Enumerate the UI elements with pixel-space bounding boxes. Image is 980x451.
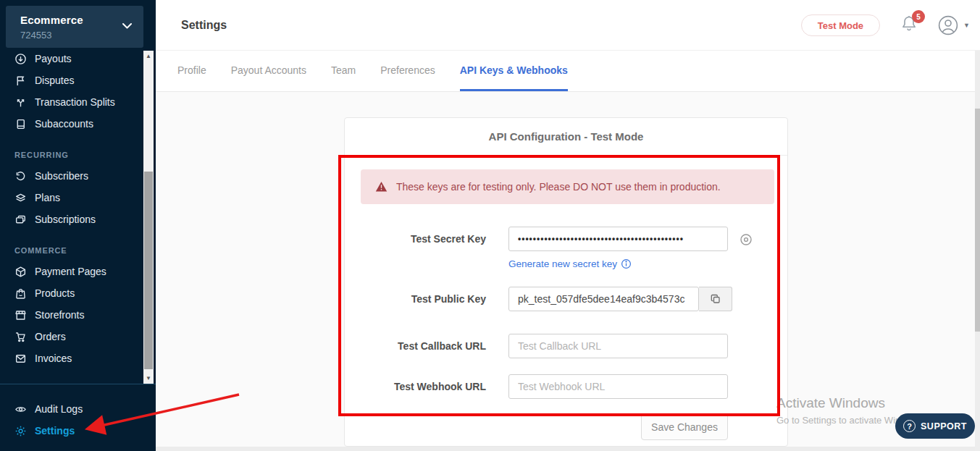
org-switcher[interactable]: Ecommerce 724553 — [6, 6, 143, 48]
sidebar-item-label: Products — [35, 287, 75, 299]
subscriptions-icon — [14, 214, 27, 226]
sidebar-item-storefronts[interactable]: Storefronts — [0, 304, 143, 326]
reveal-secret-eye-icon[interactable] — [739, 232, 753, 247]
sidebar-item-plans[interactable]: Plans — [0, 187, 143, 208]
sidebar-divider — [0, 384, 156, 384]
sidebar-item-label: Payouts — [35, 53, 72, 64]
support-label: SUPPORT — [921, 421, 967, 431]
avatar-icon — [938, 15, 958, 35]
settings-gear-icon — [14, 425, 27, 437]
tab-preferences[interactable]: Preferences — [380, 51, 435, 91]
secret-key-input[interactable] — [508, 227, 728, 251]
payment-pages-icon — [14, 266, 27, 278]
sidebar-item-label: Audit Logs — [35, 403, 83, 415]
subaccounts-icon — [14, 118, 27, 130]
subscribers-icon — [14, 170, 27, 182]
chevron-down-icon — [122, 23, 132, 29]
settings-tabs: Profile Payout Accounts Team Preferences… — [156, 51, 980, 92]
callback-url-label: Test Callback URL — [345, 334, 486, 358]
tab-api-keys-webhooks[interactable]: API Keys & Webhooks — [460, 51, 568, 91]
sidebar-item-label: Settings — [35, 425, 75, 437]
sidebar-item-payment-pages[interactable]: Payment Pages — [0, 261, 143, 282]
audit-logs-icon — [14, 403, 27, 416]
bottom-edge-strip — [156, 447, 980, 451]
sidebar-item-label: Orders — [35, 331, 66, 342]
sidebar-item-settings[interactable]: Settings — [0, 420, 156, 442]
sidebar-item-label: Payment Pages — [35, 266, 106, 277]
sidebar-item-label: Subaccounts — [35, 118, 93, 130]
notification-badge: 5 — [912, 10, 925, 23]
sidebar: Ecommerce 724553 Payouts Disputes Transa… — [0, 0, 156, 451]
sidebar-item-label: Storefronts — [35, 309, 84, 321]
notifications-button[interactable]: 5 — [900, 14, 919, 36]
org-id: 724553 — [20, 30, 51, 41]
alert-text: These keys are for testing only. Please … — [396, 181, 721, 193]
account-menu[interactable]: ▼ — [938, 15, 970, 35]
test-mode-toggle[interactable]: Test Mode — [801, 14, 880, 36]
callback-url-input[interactable] — [508, 334, 728, 358]
test-keys-warning-alert: These keys are for testing only. Please … — [361, 169, 774, 204]
sidebar-footer: Audit Logs Settings — [0, 398, 156, 442]
orders-icon — [14, 331, 27, 343]
sidebar-scrollbar: ▲ ▼ — [143, 51, 154, 384]
sidebar-section-recurring: RECURRING — [0, 145, 143, 165]
plans-icon — [14, 192, 27, 204]
page-scrollbar — [975, 51, 980, 451]
sidebar-item-label: Subscribers — [35, 170, 88, 182]
tab-profile[interactable]: Profile — [177, 51, 206, 91]
copy-icon — [710, 293, 721, 305]
public-key-label: Test Public Key — [345, 287, 486, 311]
public-key-input[interactable] — [508, 287, 699, 311]
test-mode-label: Test Mode — [818, 20, 863, 31]
transaction-splits-icon — [14, 96, 27, 109]
warning-triangle-icon — [375, 181, 388, 193]
sidebar-item-label: Subscriptions — [35, 214, 96, 225]
page-scrollbar-thumb[interactable] — [975, 109, 980, 332]
webhook-url-label: Test Webhook URL — [345, 374, 486, 399]
payouts-icon — [14, 53, 27, 65]
sidebar-item-label: Transaction Splits — [35, 96, 115, 108]
topbar-controls: Test Mode 5 ▼ — [801, 0, 970, 51]
sidebar-item-audit-logs[interactable]: Audit Logs — [0, 398, 156, 420]
save-changes-button[interactable]: Save Changes — [641, 413, 728, 440]
sidebar-item-transaction-splits[interactable]: Transaction Splits — [0, 91, 143, 113]
caret-down-icon: ▼ — [963, 22, 970, 29]
question-mark-icon: ? — [903, 420, 916, 432]
sidebar-item-subscriptions[interactable]: Subscriptions — [0, 208, 143, 230]
sidebar-nav: Payouts Disputes Transaction Splits Suba… — [0, 48, 143, 369]
sidebar-item-subaccounts[interactable]: Subaccounts — [0, 113, 143, 135]
secret-key-label: Test Secret Key — [345, 227, 486, 251]
sidebar-item-invoices[interactable]: Invoices — [0, 347, 143, 369]
app-root: Ecommerce 724553 Payouts Disputes Transa… — [0, 0, 980, 451]
card-title: API Configuration - Test Mode — [489, 130, 644, 143]
tab-team[interactable]: Team — [331, 51, 356, 91]
sidebar-item-payouts[interactable]: Payouts — [0, 48, 143, 69]
storefronts-icon — [14, 309, 27, 321]
tab-payout-accounts[interactable]: Payout Accounts — [231, 51, 306, 91]
org-name: Ecommerce — [20, 14, 83, 26]
copy-public-key-button[interactable] — [699, 287, 732, 311]
sidebar-scrollbar-thumb[interactable] — [144, 172, 153, 369]
generate-secret-key-link[interactable]: Generate new secret key — [508, 258, 632, 269]
sidebar-item-products[interactable]: Products — [0, 282, 143, 304]
scroll-down-arrow[interactable]: ▼ — [143, 373, 154, 384]
page-title: Settings — [181, 19, 227, 32]
webhook-url-input[interactable] — [508, 374, 728, 399]
invoices-icon — [14, 353, 27, 365]
sidebar-item-disputes[interactable]: Disputes — [0, 69, 143, 91]
topbar: Settings Test Mode 5 ▼ — [156, 0, 980, 51]
sidebar-item-label: Invoices — [35, 353, 72, 364]
sidebar-item-label: Plans — [35, 192, 60, 203]
generate-link-label: Generate new secret key — [508, 258, 617, 269]
sidebar-item-orders[interactable]: Orders — [0, 326, 143, 347]
products-icon — [14, 287, 27, 300]
content-area: API Configuration - Test Mode These keys… — [156, 92, 980, 451]
sidebar-item-label: Disputes — [35, 75, 74, 86]
sidebar-item-subscribers[interactable]: Subscribers — [0, 165, 143, 187]
sidebar-section-commerce: COMMERCE — [0, 240, 143, 261]
disputes-icon — [14, 75, 27, 87]
support-button[interactable]: ? SUPPORT — [895, 413, 975, 439]
info-icon — [621, 258, 632, 269]
api-configuration-card: API Configuration - Test Mode These keys… — [344, 117, 788, 447]
scroll-up-arrow[interactable]: ▲ — [143, 51, 154, 62]
